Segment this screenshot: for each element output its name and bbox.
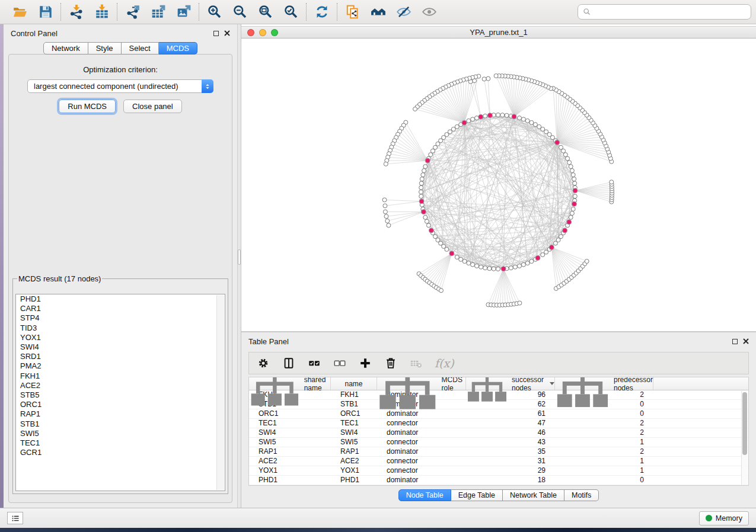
mcds-list-scrollbar[interactable] (216, 295, 224, 490)
mcds-result-item[interactable]: PMA2 (16, 361, 225, 371)
export-image-button[interactable] (176, 4, 192, 20)
deselect-all-rows-button[interactable] (333, 356, 347, 370)
mcds-result-item[interactable]: STP4 (16, 313, 225, 323)
table-row[interactable]: ORC1ORC1dominator610 (249, 409, 748, 419)
table-cell: connector (377, 457, 466, 466)
tab-network[interactable]: Network (43, 42, 88, 55)
mcds-result-item[interactable]: TID3 (16, 323, 225, 333)
select-all-rows-button[interactable] (307, 356, 321, 370)
table-cell: FKH1 (331, 390, 377, 399)
float-table-panel-icon[interactable] (732, 339, 738, 344)
column-header-label: predecessor nodes (614, 377, 653, 392)
sort-chevron-icon[interactable] (550, 382, 554, 385)
mcds-result-item[interactable]: RAP1 (16, 409, 225, 419)
export-table-button[interactable] (150, 4, 166, 20)
table-cell: 2 (555, 419, 653, 428)
zoom-out-button[interactable] (232, 4, 248, 20)
tab-edge-table[interactable]: Edge Table (451, 489, 503, 501)
tab-motifs[interactable]: Motifs (564, 489, 599, 501)
mcds-result-item[interactable]: STB1 (16, 419, 225, 429)
tab-node-table[interactable]: Node Table (398, 489, 451, 501)
zoom-fit-button[interactable] (257, 4, 273, 20)
dropdown-stepper-icon (202, 79, 213, 93)
export-network-button[interactable] (125, 4, 141, 20)
import-table-button[interactable] (94, 4, 110, 20)
close-panel-icon[interactable] (224, 30, 230, 36)
column-header-filler (653, 377, 748, 390)
table-scrollbar-thumb[interactable] (742, 392, 747, 455)
table-row[interactable]: TEC1TEC1connector472 (249, 419, 748, 428)
splitter-handle-icon[interactable] (238, 249, 241, 265)
first-neighbors-button[interactable] (370, 4, 386, 20)
task-history-button[interactable] (7, 512, 23, 524)
mcds-result-item[interactable]: SWI5 (16, 429, 225, 438)
hide-selected-button[interactable] (395, 4, 412, 20)
mcds-result-item[interactable]: CAR1 (16, 304, 225, 313)
delete-table-icon (410, 357, 423, 370)
table-row[interactable]: SWI4SWI4dominator462 (249, 428, 748, 438)
mcds-result-item[interactable]: ORC1 (16, 400, 225, 409)
tab-network-table[interactable]: Network Table (503, 489, 564, 501)
mcds-result-item[interactable]: ACE2 (16, 381, 225, 390)
mcds-result-item[interactable]: SWI4 (16, 342, 225, 352)
zoom-in-icon (207, 4, 222, 20)
mcds-result-item[interactable]: PHD1 (16, 294, 225, 304)
table-panel-title: Table Panel (248, 337, 289, 346)
mcds-result-item[interactable]: SRD1 (16, 352, 225, 361)
control-panel: Control Panel NetworkStyleSelectMCDS Opt… (4, 24, 237, 508)
import-network-button[interactable] (68, 4, 84, 20)
show-all-nodes-button[interactable] (421, 4, 437, 20)
table-cell: 31 (466, 457, 555, 466)
table-settings-button[interactable] (256, 356, 270, 370)
float-panel-icon[interactable] (213, 31, 219, 36)
duplicate-network-button[interactable] (344, 4, 361, 20)
table-row[interactable]: SWI5SWI5connector431 (249, 438, 748, 447)
delete-column-icon (384, 357, 397, 370)
table-cell: dominator (377, 447, 466, 456)
column-header-successor-nodes[interactable]: successor nodes (466, 377, 555, 390)
export-network-icon (125, 4, 141, 20)
run-mcds-button[interactable]: Run MCDS (59, 100, 116, 113)
panel-splitter[interactable] (237, 24, 241, 508)
create-column-button[interactable] (358, 356, 372, 370)
table-tabs: Node TableEdge TableNetwork TableMotifs (241, 489, 756, 501)
save-session-button[interactable] (37, 4, 53, 20)
search-input[interactable] (578, 4, 751, 20)
column-header-shared-name[interactable]: shared name (249, 377, 331, 390)
mcds-result-list[interactable]: PHD1CAR1STP4TID3YOX1SWI4SRD1PMA2FKH1ACE2… (15, 294, 225, 491)
table-panel: Table Panel f(x) shared namenameMCDS rol… (241, 332, 756, 508)
mcds-result-item[interactable]: GCR1 (16, 448, 225, 457)
memory-button[interactable]: Memory (699, 511, 749, 525)
column-visibility-button[interactable] (282, 356, 296, 370)
zoom-selected-button[interactable] (283, 4, 299, 20)
tab-mcds[interactable]: MCDS (159, 42, 197, 55)
network-canvas[interactable] (241, 39, 756, 331)
table-row[interactable]: PHD1PHD1dominator180 (249, 476, 748, 485)
table-cell: 2 (555, 447, 653, 456)
mcds-result-item[interactable]: YOX1 (16, 333, 225, 342)
zoom-in-button[interactable] (206, 4, 222, 20)
sitemap-icon (555, 377, 610, 409)
cytoscape-window: Control Panel NetworkStyleSelectMCDS Opt… (0, 0, 756, 532)
column-header-name[interactable]: name (331, 377, 377, 390)
column-header-predecessor-nodes[interactable]: predecessor nodes (555, 377, 653, 390)
mcds-result-item[interactable]: TEC1 (16, 438, 225, 448)
tab-style[interactable]: Style (88, 42, 122, 55)
optimization-criterion-select[interactable]: largest connected component (undirected) (27, 79, 213, 93)
table-cell: 0 (555, 476, 653, 485)
column-header-mcds-role[interactable]: MCDS role (377, 377, 466, 390)
table-row[interactable]: RAP1RAP1dominator352 (249, 447, 748, 457)
table-cell: 46 (466, 428, 555, 437)
refresh-view-button[interactable] (314, 4, 330, 20)
mcds-result-item[interactable]: FKH1 (16, 371, 225, 381)
mcds-result-item[interactable]: STB5 (16, 390, 225, 400)
close-panel-button[interactable]: Close panel (123, 100, 182, 113)
table-cell: 1 (555, 438, 653, 447)
tab-select[interactable]: Select (122, 42, 159, 55)
open-file-button[interactable] (12, 4, 28, 20)
delete-column-button[interactable] (384, 356, 398, 370)
table-row[interactable]: ACE2ACE2connector311 (249, 457, 748, 466)
close-table-panel-icon[interactable] (743, 338, 749, 344)
table-scrollbar[interactable] (741, 391, 748, 485)
table-row[interactable]: YOX1YOX1connector291 (249, 466, 748, 476)
